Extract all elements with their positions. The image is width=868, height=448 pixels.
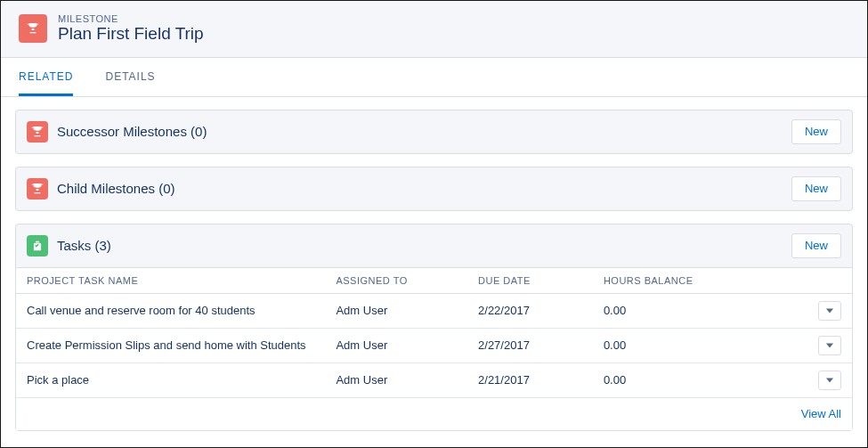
col-task-name: PROJECT TASK NAME [16, 267, 325, 293]
new-child-button[interactable]: New [791, 176, 841, 201]
hours-balance: 0.00 [593, 328, 793, 362]
trophy-icon [27, 178, 48, 200]
due-date: 2/22/2017 [467, 293, 593, 328]
record-header: MILESTONE Plan First Field Trip [1, 1, 867, 58]
tab-details[interactable]: DETAILS [105, 58, 155, 96]
successor-milestones-card: Successor Milestones (0) New [15, 110, 853, 154]
due-date: 2/27/2017 [467, 328, 593, 362]
hours-balance: 0.00 [593, 362, 793, 397]
table-row: Pick a place Adm User 2/21/2017 0.00 [16, 362, 852, 397]
child-milestones-card: Child Milestones (0) New [15, 167, 853, 211]
col-assigned-to: ASSIGNED TO [325, 267, 467, 293]
page-title: Plan First Field Trip [58, 24, 204, 45]
table-row: Call venue and reserve room for 40 stude… [16, 293, 852, 328]
milestone-icon [19, 14, 47, 43]
task-name-link[interactable]: Pick a place [16, 362, 325, 397]
hours-balance: 0.00 [593, 293, 793, 328]
row-action-menu[interactable] [818, 371, 841, 390]
successor-title: Successor Milestones (0) [57, 124, 791, 139]
assigned-to-link[interactable]: Adm User [325, 362, 467, 397]
tab-bar: RELATED DETAILS [1, 58, 867, 97]
tasks-table: PROJECT TASK NAME ASSIGNED TO DUE DATE H… [16, 267, 852, 398]
task-name-link[interactable]: Call venue and reserve room for 40 stude… [16, 293, 325, 328]
tasks-footer: View All [16, 398, 852, 430]
task-name-link[interactable]: Create Permission Slips and send home wi… [16, 328, 325, 362]
tasks-title: Tasks (3) [57, 238, 791, 253]
assigned-to-link[interactable]: Adm User [325, 293, 467, 328]
due-date: 2/21/2017 [467, 362, 593, 397]
row-action-menu[interactable] [818, 301, 841, 321]
row-action-menu[interactable] [818, 336, 841, 355]
new-successor-button[interactable]: New [791, 119, 841, 144]
related-content: Successor Milestones (0) New Child Miles… [1, 97, 867, 431]
trophy-icon [27, 121, 48, 143]
object-label: MILESTONE [58, 13, 204, 24]
col-due-date: DUE DATE [467, 267, 593, 293]
new-task-button[interactable]: New [791, 233, 841, 258]
assigned-to-link[interactable]: Adm User [325, 328, 467, 362]
task-icon [27, 235, 48, 257]
tab-related[interactable]: RELATED [19, 58, 73, 96]
app-frame: MILESTONE Plan First Field Trip RELATED … [0, 0, 868, 448]
col-hours-balance: HOURS BALANCE [593, 267, 793, 293]
child-title: Child Milestones (0) [57, 181, 791, 196]
view-all-link[interactable]: View All [801, 407, 841, 420]
table-row: Create Permission Slips and send home wi… [16, 328, 852, 362]
tasks-card: Tasks (3) New PROJECT TASK NAME ASSIGNED… [15, 224, 853, 431]
